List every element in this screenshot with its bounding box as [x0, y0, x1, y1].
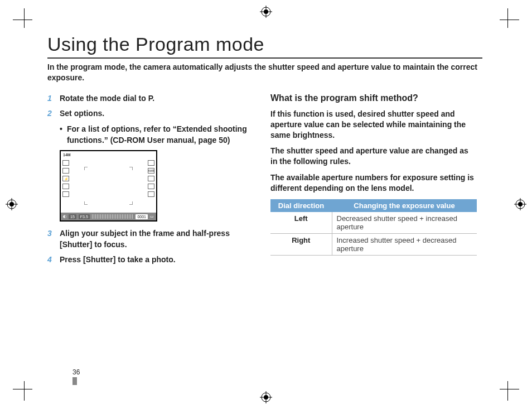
step-number: 2 — [47, 108, 55, 119]
left-column: 1 Rotate the mode dial to P. 2 Set optio… — [47, 93, 248, 270]
crop-mark-bl — [3, 378, 25, 401]
table-header-direction: Dial direction — [270, 199, 332, 212]
focus-area-icon — [62, 168, 69, 174]
crop-mark-br — [507, 378, 529, 401]
drive-mode-icon — [62, 160, 69, 166]
resolution-label: 14M — [63, 153, 71, 157]
aperture-value: F3.5 — [79, 214, 90, 219]
intro-text: In the program mode, the camera automati… — [47, 62, 482, 83]
exposure-change: Decreased shutter speed + increased aper… — [332, 212, 477, 234]
program-shift-table: Dial direction Changing the exposure val… — [270, 199, 477, 256]
step-3: 3 Align your subject in the frame and ha… — [47, 228, 248, 250]
step-text: Align your subject in the frame and half… — [60, 228, 248, 250]
step-2-sub: • For a list of options, refer to “Exten… — [60, 124, 248, 146]
step-1: 1 Rotate the mode dial to P. — [47, 93, 248, 104]
color-icon — [62, 191, 69, 197]
table-row: Right Increased shutter speed + decrease… — [270, 234, 477, 256]
sub-text: For a list of options, refer to “Extende… — [67, 124, 248, 146]
step-number: 3 — [47, 228, 55, 250]
step-2: 2 Set options. — [47, 108, 248, 119]
card-icon: ▭ — [150, 214, 154, 219]
iso-icon — [148, 176, 154, 181]
step-text: Press [Shutter] to take a photo. — [60, 254, 248, 266]
paragraph: If this function is used, desired shutte… — [270, 109, 477, 141]
battery-icon — [148, 160, 154, 166]
right-column: What is the program shift method? If thi… — [270, 93, 477, 270]
af-bracket-tl — [84, 167, 88, 170]
metering-icon — [148, 184, 154, 189]
section-heading: What is the program shift method? — [270, 93, 477, 103]
registration-mark-bottom — [260, 391, 272, 403]
frame-counter: 0001 — [136, 214, 148, 219]
step-4: 4 Press [Shutter] to take a photo. — [47, 254, 248, 266]
paragraph: The available aperture numbers for expos… — [270, 172, 477, 194]
registration-mark-right — [514, 198, 526, 210]
page-number-bar — [72, 377, 77, 385]
quality-icon — [148, 191, 154, 197]
table-row: Left Decreased shutter speed + increased… — [270, 212, 477, 234]
stabilizer-icon — [62, 184, 69, 189]
crop-mark-tr — [507, 8, 529, 31]
camera-screen-illustration: 14M ⚡ AWB ◐ 15 F3.5 — [60, 150, 157, 222]
crop-mark-tl — [3, 8, 25, 31]
bullet: • — [60, 124, 62, 146]
exposure-change: Increased shutter speed + decreased aper… — [332, 234, 477, 256]
page-number: 36 — [72, 368, 80, 385]
af-bracket-tr — [129, 167, 133, 170]
registration-mark-top — [260, 6, 272, 18]
af-bracket-br — [129, 201, 133, 205]
camera-status-bar: ◐ 15 F3.5 0001 ▭ — [61, 213, 156, 220]
step-number: 1 — [47, 93, 55, 104]
paragraph: The shutter speed and aperture value are… — [270, 146, 477, 167]
registration-mark-left — [6, 198, 18, 210]
page-content: Using the Program mode In the program mo… — [47, 33, 482, 379]
step-text: Set options. — [60, 108, 248, 119]
table-header-value: Changing the exposure value — [332, 199, 477, 212]
dial-direction: Right — [270, 234, 332, 256]
mode-icon: ◐ — [63, 214, 66, 219]
awb-icon: AWB — [148, 168, 154, 174]
af-bracket-bl — [84, 201, 88, 205]
step-number: 4 — [47, 254, 55, 266]
step-text: Rotate the mode dial to P. — [60, 93, 248, 104]
exposure-scale — [92, 214, 134, 219]
dial-direction: Left — [270, 212, 332, 234]
page-title: Using the Program mode — [47, 33, 482, 59]
shutter-value: 15 — [69, 214, 76, 219]
flash-icon: ⚡ — [62, 176, 69, 181]
